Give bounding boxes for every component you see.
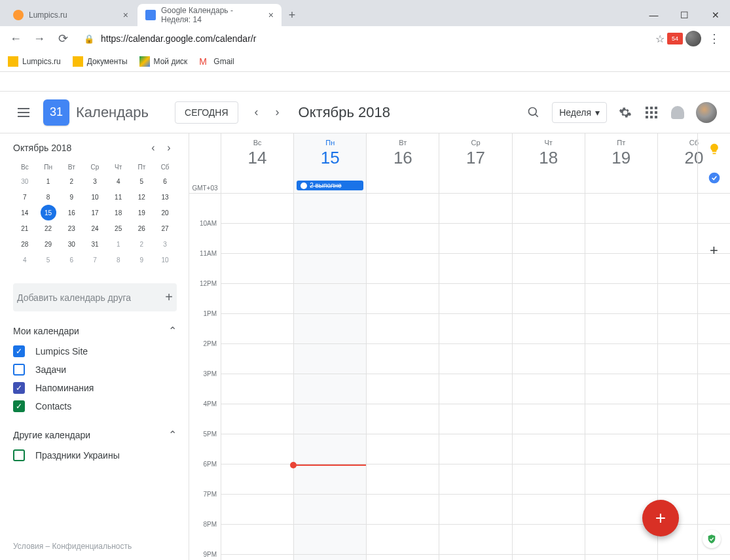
- time-slot[interactable]: [439, 495, 511, 525]
- bookmark-item[interactable]: Lumpics.ru: [8, 56, 61, 67]
- time-slot[interactable]: [513, 404, 585, 434]
- hamburger-menu-button[interactable]: [10, 99, 37, 126]
- time-slot[interactable]: [513, 525, 585, 555]
- mini-day-cell[interactable]: 5: [37, 252, 60, 268]
- settings-button[interactable]: [612, 99, 638, 126]
- time-slot[interactable]: [585, 284, 657, 314]
- mini-next-button[interactable]: ›: [161, 140, 177, 156]
- mini-day-cell[interactable]: 5: [130, 173, 154, 189]
- mini-day-cell[interactable]: 30: [60, 236, 83, 252]
- time-slot[interactable]: [439, 254, 511, 284]
- time-slot[interactable]: [294, 495, 366, 525]
- profile-avatar-icon[interactable]: [685, 31, 701, 46]
- time-slot[interactable]: [294, 404, 366, 434]
- time-slot[interactable]: [221, 495, 293, 525]
- mini-day-cell[interactable]: 26: [130, 220, 154, 236]
- browser-tab[interactable]: Google Календарь - Неделя: 14 ×: [137, 4, 282, 26]
- time-slot[interactable]: [367, 464, 439, 495]
- checkbox[interactable]: [13, 364, 25, 376]
- other-calendars-toggle[interactable]: Другие календари ⌃: [13, 429, 177, 441]
- time-slot[interactable]: [367, 194, 439, 224]
- time-slot[interactable]: [294, 194, 366, 224]
- mini-day-cell[interactable]: 9: [130, 252, 154, 268]
- mini-day-cell[interactable]: 30: [13, 173, 37, 189]
- shield-extension-icon[interactable]: [703, 530, 721, 548]
- time-slot[interactable]: [585, 194, 657, 224]
- browser-tab[interactable]: Lumpics.ru ×: [5, 4, 136, 26]
- mini-day-cell[interactable]: 12: [130, 189, 154, 205]
- time-slot[interactable]: [294, 555, 366, 560]
- time-slot[interactable]: [585, 224, 657, 254]
- time-slot[interactable]: [367, 555, 439, 560]
- time-slot[interactable]: [439, 224, 511, 254]
- mini-day-cell[interactable]: 8: [107, 252, 130, 268]
- mini-day-cell[interactable]: 27: [153, 220, 177, 236]
- time-slot[interactable]: [513, 555, 585, 560]
- today-button[interactable]: СЕГОДНЯ: [175, 101, 238, 124]
- time-slot[interactable]: [513, 344, 585, 374]
- time-slot[interactable]: [585, 344, 657, 374]
- time-slot[interactable]: [221, 434, 293, 464]
- checkbox[interactable]: ✓: [13, 400, 25, 412]
- keep-icon[interactable]: [708, 143, 721, 156]
- bookmark-item[interactable]: Документы: [73, 56, 128, 67]
- time-slot[interactable]: [367, 495, 439, 525]
- apps-button[interactable]: [638, 99, 665, 126]
- time-slot[interactable]: [294, 374, 366, 404]
- mini-day-cell[interactable]: 15: [37, 205, 60, 220]
- add-friend-calendar[interactable]: Добавить календарь друга +: [13, 283, 177, 311]
- time-slot[interactable]: [439, 464, 511, 495]
- maximize-button[interactable]: ☐: [670, 5, 699, 25]
- time-slot[interactable]: [294, 314, 366, 344]
- day-header[interactable]: Ср17: [439, 133, 511, 193]
- mini-day-cell[interactable]: 4: [107, 173, 130, 189]
- mini-day-cell[interactable]: 11: [107, 189, 130, 205]
- bookmark-item[interactable]: Мой диск: [139, 56, 188, 67]
- time-slot[interactable]: [367, 314, 439, 344]
- time-slot[interactable]: [513, 314, 585, 344]
- mini-day-cell[interactable]: 23: [60, 220, 83, 236]
- mini-day-cell[interactable]: 20: [153, 205, 177, 220]
- mini-day-cell[interactable]: 7: [13, 189, 37, 205]
- time-slot[interactable]: [585, 404, 657, 434]
- minimize-button[interactable]: —: [639, 5, 668, 25]
- event-chip[interactable]: 2 выполне: [297, 181, 363, 190]
- mini-day-cell[interactable]: 2: [60, 173, 83, 189]
- mini-day-cell[interactable]: 6: [60, 252, 83, 268]
- calendar-item[interactable]: Праздники Украины: [13, 446, 177, 464]
- plus-icon[interactable]: +: [165, 290, 173, 305]
- time-slot[interactable]: [513, 284, 585, 314]
- day-header[interactable]: Чт18: [512, 133, 585, 193]
- time-slot[interactable]: [585, 254, 657, 284]
- time-slot[interactable]: [585, 434, 657, 464]
- mini-day-cell[interactable]: 24: [83, 220, 107, 236]
- time-slot[interactable]: [294, 464, 366, 495]
- time-slot[interactable]: [221, 525, 293, 555]
- time-slot[interactable]: [439, 555, 511, 560]
- mini-day-cell[interactable]: 8: [37, 189, 60, 205]
- mini-day-cell[interactable]: 19: [130, 205, 154, 220]
- time-slot[interactable]: [439, 314, 511, 344]
- mini-day-cell[interactable]: 18: [107, 205, 130, 220]
- mini-day-cell[interactable]: 29: [37, 236, 60, 252]
- time-slot[interactable]: [221, 314, 293, 344]
- address-bar[interactable]: 🔒 https://calendar.google.com/calendar/r: [76, 33, 653, 44]
- mini-day-cell[interactable]: 10: [153, 252, 177, 268]
- time-slot[interactable]: [294, 254, 366, 284]
- prev-week-button[interactable]: ‹: [246, 102, 267, 123]
- footer-links[interactable]: Условия – Конфиденциальность: [13, 542, 132, 551]
- time-slot[interactable]: [513, 374, 585, 404]
- mini-day-cell[interactable]: 31: [83, 236, 107, 252]
- mini-day-cell[interactable]: 21: [13, 220, 37, 236]
- time-slot[interactable]: [439, 434, 511, 464]
- mini-day-cell[interactable]: 25: [107, 220, 130, 236]
- time-slot[interactable]: [513, 194, 585, 224]
- time-slot[interactable]: [513, 224, 585, 254]
- mini-day-cell[interactable]: 10: [83, 189, 107, 205]
- bookmark-star-icon[interactable]: ☆: [655, 33, 665, 45]
- mini-day-cell[interactable]: 16: [60, 205, 83, 220]
- time-slot[interactable]: [294, 344, 366, 374]
- time-slot[interactable]: [367, 374, 439, 404]
- time-slot[interactable]: [585, 555, 657, 560]
- time-slot[interactable]: [367, 434, 439, 464]
